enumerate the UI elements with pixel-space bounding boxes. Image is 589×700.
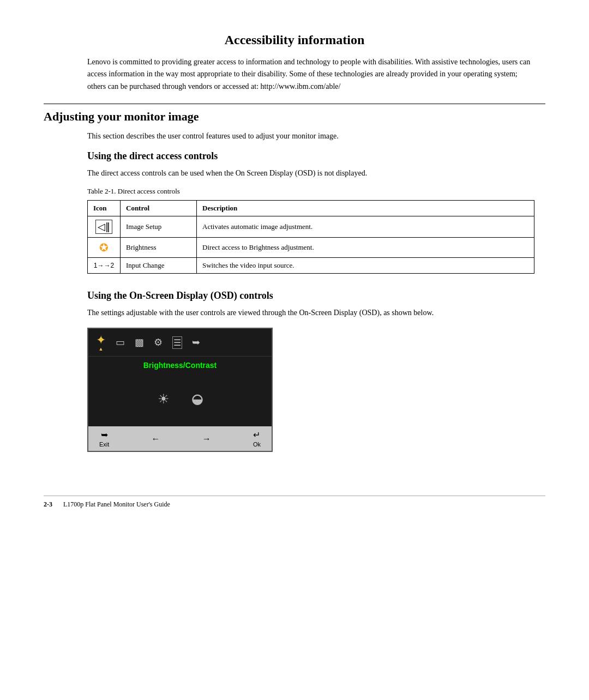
- adjusting-intro: This section describes the user control …: [87, 130, 534, 142]
- osd-title: Using the On-Screen Display (OSD) contro…: [87, 290, 545, 301]
- table-row: 1→→2 Input Change Switches the video inp…: [88, 257, 534, 273]
- control-brightness: Brightness: [121, 237, 197, 257]
- osd-brightness-symbol: ☀: [158, 391, 170, 407]
- osd-settings-icon: ⚙: [154, 336, 163, 348]
- osd-right-button: →: [202, 434, 211, 444]
- osd-screen-wrapper: ✦ ▲ ▭ ▩ ⚙ ☰ ➥ Brightness/Contrast ☀ ◒: [87, 328, 273, 452]
- osd-monitor-icon-2: ▩: [135, 336, 144, 348]
- adjusting-title: Adjusting your monitor image: [44, 110, 545, 124]
- direct-access-title: Using the direct access controls: [87, 150, 545, 162]
- osd-content-area: ☀ ◒: [88, 372, 272, 426]
- osd-left-button: ←: [152, 434, 160, 444]
- osd-star-icon: ✦: [96, 333, 106, 347]
- col-header-icon: Icon: [88, 200, 121, 216]
- ok-icon: ↵: [253, 430, 260, 440]
- icon-cell-input-change: 1→→2: [88, 257, 121, 273]
- osd-section: Using the On-Screen Display (OSD) contro…: [44, 290, 545, 452]
- section-divider-1: [44, 104, 545, 104]
- table-row: ✪ Brightness Direct access to Brightness…: [88, 237, 534, 257]
- col-header-control: Control: [121, 200, 197, 216]
- table-caption: Table 2-1. Direct access controls: [87, 187, 545, 196]
- footer-page-number: 2-3: [44, 500, 52, 509]
- accessibility-title: Accessibility information: [44, 33, 545, 47]
- input-change-icon: 1→→2: [94, 262, 114, 269]
- right-arrow-icon: →: [202, 434, 211, 444]
- osd-screen: ✦ ▲ ▭ ▩ ⚙ ☰ ➥ Brightness/Contrast ☀ ◒: [87, 328, 273, 452]
- exit-label: Exit: [99, 441, 109, 448]
- osd-exit-top-icon: ➥: [192, 336, 200, 348]
- osd-bottom-bar: ➥ Exit ← → ↵ Ok: [88, 426, 272, 451]
- desc-image-setup: Activates automatic image adjustment.: [197, 216, 534, 237]
- image-setup-icon: ◁‖: [95, 220, 112, 234]
- osd-ok-button: ↵ Ok: [253, 430, 261, 448]
- icon-cell-image-setup: ◁‖: [88, 216, 121, 237]
- direct-access-section: Using the direct access controls The dir…: [44, 150, 545, 274]
- ok-label: Ok: [253, 441, 261, 448]
- osd-body: The settings adjustable with the user co…: [87, 307, 534, 319]
- osd-active-indicator: ▲: [99, 346, 104, 352]
- adjusting-section: Adjusting your monitor image This sectio…: [44, 110, 545, 142]
- exit-icon: ➥: [101, 430, 108, 440]
- accessibility-section: Accessibility information Lenovo is comm…: [44, 33, 545, 93]
- control-image-setup: Image Setup: [121, 216, 197, 237]
- direct-access-body: The direct access controls can be used w…: [87, 167, 534, 179]
- accessibility-body: Lenovo is committed to providing greater…: [87, 56, 534, 93]
- osd-icon-brightness-contrast: ✦ ▲: [96, 333, 106, 352]
- osd-contrast-symbol: ◒: [191, 391, 203, 407]
- osd-top-bar: ✦ ▲ ▭ ▩ ⚙ ☰ ➥: [88, 329, 272, 357]
- desc-input-change: Switches the video input source.: [197, 257, 534, 273]
- osd-monitor-icon-1: ▭: [116, 336, 125, 348]
- desc-brightness: Direct access to Brightness adjustment.: [197, 237, 534, 257]
- left-arrow-icon: ←: [152, 434, 160, 444]
- col-header-description: Description: [197, 200, 534, 216]
- icon-cell-brightness: ✪: [88, 237, 121, 257]
- direct-access-table: Icon Control Description ◁‖ Image Setup …: [87, 200, 534, 274]
- page-footer: 2-3 L1700p Flat Panel Monitor User's Gui…: [44, 496, 545, 509]
- footer-title: L1700p Flat Panel Monitor User's Guide: [63, 500, 170, 509]
- osd-menu-label: Brightness/Contrast: [88, 357, 272, 372]
- brightness-icon: ✪: [99, 241, 109, 254]
- osd-menu-icon: ☰: [172, 336, 182, 349]
- table-row: ◁‖ Image Setup Activates automatic image…: [88, 216, 534, 237]
- control-input-change: Input Change: [121, 257, 197, 273]
- osd-exit-button: ➥ Exit: [99, 430, 109, 448]
- table-header-row: Icon Control Description: [88, 200, 534, 216]
